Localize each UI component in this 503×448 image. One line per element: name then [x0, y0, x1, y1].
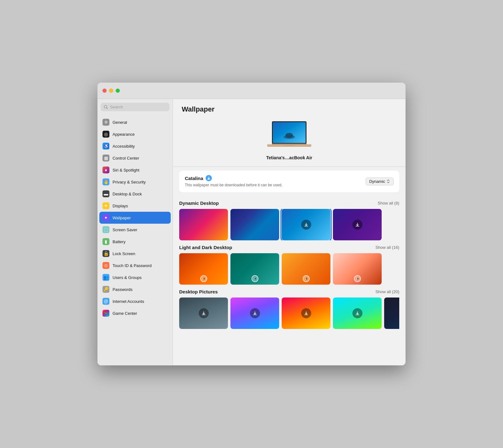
sidebar-item-general[interactable]: ⚙General	[99, 116, 171, 128]
search-box[interactable]	[101, 103, 169, 111]
sidebar-item-privacy-security[interactable]: 🤚Privacy & Security	[99, 176, 171, 188]
wallpaper-name: Catalina	[185, 176, 203, 181]
appearance-icon: ◎	[102, 131, 109, 138]
svg-line-1	[107, 108, 108, 109]
system-preferences-window: ⚙General◎Appearance♿Accessibility▦Contro…	[97, 83, 406, 365]
sidebar-item-passwords[interactable]: 🔑Passwords	[99, 283, 171, 295]
sidebar-item-battery[interactable]: ▮Battery	[99, 236, 171, 248]
download-overlay-icon	[179, 298, 228, 329]
thumb-ld2[interactable]	[230, 253, 279, 285]
wallpaper-label: Wallpaper	[113, 216, 131, 220]
general-label: General	[113, 120, 127, 125]
thumb-dp5[interactable]	[384, 298, 399, 329]
sidebar-item-wallpaper[interactable]: ✦Wallpaper	[99, 212, 171, 224]
section-title-light-dark-desktop: Light and Dark Desktop	[179, 245, 232, 250]
sidebar-item-siri-spotlight[interactable]: ♦Siri & Spotlight	[99, 164, 171, 176]
general-icon: ⚙	[102, 119, 109, 126]
sidebar-item-accessibility[interactable]: ♿Accessibility	[99, 140, 171, 152]
users-groups-label: Users & Groups	[113, 275, 141, 280]
show-all-desktop-pictures[interactable]: Show all (20)	[375, 289, 399, 294]
appearance-label: Appearance	[113, 132, 135, 137]
search-icon	[104, 105, 108, 109]
thumb-dp3[interactable]	[282, 298, 330, 329]
traffic-lights	[102, 89, 120, 93]
screen-saver-label: Screen Saver	[113, 227, 137, 232]
wallpaper-name-row: Catalina	[185, 175, 282, 181]
battery-icon: ▮	[102, 238, 109, 245]
wallpaper-icon: ✦	[102, 214, 109, 221]
svg-rect-9	[272, 144, 307, 145]
wallpaper-download-badge[interactable]	[206, 175, 212, 181]
sidebar: ⚙General◎Appearance♿Accessibility▦Contro…	[97, 99, 173, 365]
users-groups-icon: 👥	[102, 274, 109, 281]
desktop-dock-icon: ▬	[102, 190, 109, 197]
sidebar-item-lock-screen[interactable]: 🔒Lock Screen	[99, 248, 171, 260]
thumb-ld3[interactable]	[282, 253, 330, 285]
maximize-button[interactable]	[116, 89, 120, 93]
download-overlay-icon	[282, 209, 330, 240]
wallpaper-description: This wallpaper must be downloaded before…	[185, 183, 282, 188]
dynamic-mode-selector[interactable]: Dynamic	[366, 178, 394, 185]
lock-screen-label: Lock Screen	[113, 251, 135, 256]
thumb-dd2[interactable]	[230, 209, 279, 240]
download-circle-icon	[352, 308, 362, 318]
section-header-dynamic-desktop: Dynamic DesktopShow all (8)	[179, 196, 399, 209]
thumb-dd4[interactable]	[333, 209, 382, 240]
wallpaper-sections: Dynamic DesktopShow all (8) Light and Da…	[173, 196, 406, 329]
siri-spotlight-label: Siri & Spotlight	[113, 168, 139, 172]
light-dark-toggle-icon	[200, 275, 207, 282]
download-circle-icon	[352, 220, 362, 230]
lock-screen-icon: 🔒	[102, 250, 109, 257]
device-section: Tetiana's…acBook Air	[173, 113, 406, 167]
game-center-label: Game Center	[113, 311, 137, 316]
search-input[interactable]	[110, 105, 166, 109]
laptop-svg	[266, 120, 313, 153]
section-dynamic-desktop: Dynamic DesktopShow all (8)	[179, 196, 399, 240]
wallpaper-info-bar: Catalina This wallpaper must be download…	[179, 171, 399, 192]
titlebar	[97, 83, 406, 99]
sidebar-item-appearance[interactable]: ◎Appearance	[99, 128, 171, 140]
thumb-ld4[interactable]	[333, 253, 382, 285]
desktop-dock-label: Desktop & Dock	[113, 192, 142, 196]
thumb-ld1[interactable]	[179, 253, 228, 285]
thumb-row-desktop-pictures	[179, 298, 399, 329]
section-header-desktop-pictures: Desktop PicturesShow all (20)	[179, 285, 399, 298]
thumb-dp4[interactable]	[333, 298, 382, 329]
sidebar-item-touch-id[interactable]: ⊙Touch ID & Password	[99, 260, 171, 271]
download-overlay-icon	[333, 298, 382, 329]
main-content: Wallpaper	[173, 99, 406, 365]
internet-accounts-icon: @	[102, 298, 109, 305]
show-all-light-dark-desktop[interactable]: Show all (16)	[375, 245, 399, 250]
control-center-label: Control Center	[113, 156, 139, 161]
download-overlay-icon	[333, 209, 382, 240]
sidebar-items-list: ⚙General◎Appearance♿Accessibility▦Contro…	[97, 115, 173, 365]
download-circle-icon	[199, 308, 209, 318]
thumb-dp1[interactable]	[179, 298, 228, 329]
close-button[interactable]	[102, 89, 107, 93]
displays-icon: ✦	[102, 202, 109, 209]
show-all-dynamic-desktop[interactable]: Show all (8)	[378, 201, 399, 205]
wallpaper-info-left: Catalina This wallpaper must be download…	[185, 175, 282, 188]
sidebar-item-displays[interactable]: ✦Displays	[99, 200, 171, 212]
thumb-dd1[interactable]	[179, 209, 228, 240]
sidebar-item-screen-saver[interactable]: ⬚Screen Saver	[99, 224, 171, 236]
sidebar-item-control-center[interactable]: ▦Control Center	[99, 152, 171, 164]
thumb-dd3[interactable]	[282, 209, 330, 240]
download-circle-icon	[301, 308, 311, 318]
thumb-dp2[interactable]	[230, 298, 279, 329]
touch-id-icon: ⊙	[102, 262, 109, 269]
sidebar-item-users-groups[interactable]: 👥Users & Groups	[99, 271, 171, 283]
privacy-security-icon: 🤚	[102, 178, 109, 185]
sidebar-item-game-center[interactable]: 🎮Game Center	[99, 307, 171, 319]
screen-saver-icon: ⬚	[102, 226, 109, 233]
passwords-icon: 🔑	[102, 286, 109, 293]
download-circle-icon	[250, 308, 260, 318]
sidebar-item-desktop-dock[interactable]: ▬Desktop & Dock	[99, 188, 171, 200]
sidebar-item-internet-accounts[interactable]: @Internet Accounts	[99, 295, 171, 307]
device-name-label: Tetiana's…acBook Air	[266, 155, 312, 160]
passwords-label: Passwords	[113, 287, 133, 292]
minimize-button[interactable]	[109, 89, 113, 93]
game-center-icon: 🎮	[102, 310, 109, 317]
privacy-security-label: Privacy & Security	[113, 180, 146, 184]
download-overlay-icon	[230, 298, 279, 329]
